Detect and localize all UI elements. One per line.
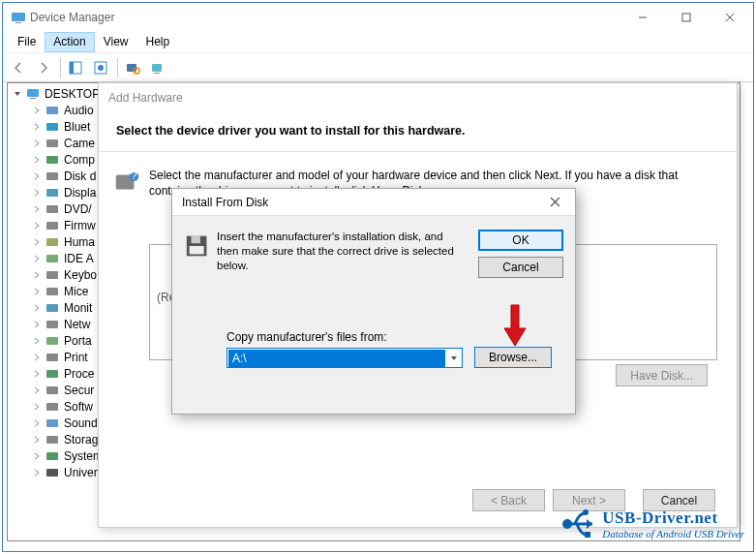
tree-item-label: Storag [64, 433, 98, 446]
chevron-right-icon[interactable] [31, 286, 43, 297]
svg-rect-32 [46, 370, 58, 378]
titlebar[interactable]: Device Manager [3, 3, 753, 32]
chevron-right-icon[interactable] [31, 368, 43, 380]
svg-rect-13 [154, 73, 160, 74]
back-button[interactable]: < Back [472, 489, 545, 511]
svg-rect-38 [46, 469, 58, 477]
chevron-right-icon[interactable] [31, 319, 43, 330]
device-manager-window: Device Manager File Action View Help DE [2, 2, 754, 552]
tree-item-label: System [64, 449, 103, 463]
device-category-icon [45, 366, 60, 382]
svg-rect-29 [46, 321, 58, 328]
chevron-right-icon[interactable] [31, 417, 43, 429]
svg-rect-15 [30, 98, 36, 99]
chevron-right-icon[interactable] [31, 187, 43, 199]
tree-item-label: Mice [64, 285, 88, 298]
tree-item-label: Disk d [64, 169, 96, 183]
svg-rect-46 [190, 246, 204, 254]
device-category-icon [45, 103, 60, 118]
cancel-button[interactable]: Cancel [478, 257, 563, 278]
back-icon[interactable] [7, 56, 30, 79]
chevron-right-icon[interactable] [31, 105, 43, 116]
chevron-right-icon[interactable] [31, 434, 43, 446]
ifd-title: Install From Disk [182, 196, 540, 209]
svg-rect-23 [46, 222, 58, 230]
device-category-icon [45, 333, 60, 349]
maximize-button[interactable] [664, 4, 708, 31]
chevron-right-icon[interactable] [31, 154, 43, 166]
chevron-right-icon[interactable] [31, 236, 43, 248]
tree-item-label: DVD/ [64, 202, 92, 216]
svg-rect-24 [46, 238, 58, 246]
chevron-down-icon[interactable] [446, 354, 462, 362]
device-category-icon [45, 185, 60, 200]
svg-rect-25 [46, 255, 58, 262]
chevron-right-icon[interactable] [31, 220, 43, 231]
svg-rect-0 [12, 13, 25, 21]
tree-item-label: Firmw [64, 219, 96, 232]
tree-item-label: Audio [64, 104, 94, 117]
chevron-right-icon[interactable] [31, 302, 43, 314]
svg-rect-37 [46, 452, 58, 460]
device-category-icon [45, 234, 60, 250]
help-icon[interactable] [89, 56, 112, 79]
close-icon[interactable] [540, 192, 569, 213]
menu-view[interactable]: View [95, 32, 137, 52]
add-legacy-hardware-icon[interactable] [146, 56, 169, 79]
device-category-icon [45, 350, 60, 365]
device-category-icon [45, 383, 60, 398]
svg-rect-14 [27, 89, 39, 97]
tree-item-label: Sound [64, 416, 98, 430]
have-disk-button[interactable]: Have Disk... [616, 364, 708, 386]
menu-file[interactable]: File [9, 32, 45, 52]
chevron-down-icon[interactable] [12, 88, 23, 100]
menu-help[interactable]: Help [137, 32, 179, 52]
tree-item-label: Keybo [64, 268, 97, 282]
floppy-disk-icon [184, 230, 217, 278]
show-hide-console-icon[interactable] [64, 56, 87, 79]
copy-from-label: Copy manufacturer's files from: [227, 330, 387, 344]
device-category-icon [45, 119, 60, 135]
path-value: A:\ [228, 350, 445, 367]
chevron-right-icon[interactable] [31, 335, 43, 347]
window-title: Device Manager [30, 11, 620, 24]
app-icon [11, 10, 26, 25]
chevron-right-icon[interactable] [31, 352, 43, 363]
tree-item-label: Comp [64, 153, 95, 167]
path-combobox[interactable]: A:\ [227, 348, 463, 368]
chevron-right-icon[interactable] [31, 121, 43, 133]
minimize-button[interactable] [620, 4, 664, 31]
svg-rect-28 [46, 304, 58, 312]
svg-rect-27 [46, 288, 58, 295]
tree-item-label: Displa [64, 186, 96, 200]
menu-action[interactable]: Action [45, 32, 94, 52]
chevron-right-icon[interactable] [31, 253, 43, 264]
forward-icon[interactable] [32, 56, 55, 79]
ifd-instruction: Insert the manufacturer's installation d… [217, 230, 478, 278]
chevron-right-icon[interactable] [31, 170, 43, 182]
device-category-icon [45, 448, 60, 464]
svg-rect-34 [46, 403, 58, 411]
chevron-right-icon[interactable] [31, 467, 43, 478]
svg-point-9 [98, 65, 104, 71]
tree-item-label: Softw [64, 400, 93, 414]
scan-hardware-icon[interactable] [121, 56, 144, 79]
tree-item-label: Huma [64, 235, 95, 249]
chevron-right-icon[interactable] [31, 138, 43, 149]
device-category-icon [45, 152, 60, 168]
watermark: USB-Driver.net Database of Android USB D… [558, 504, 744, 544]
svg-text:?: ? [131, 169, 136, 181]
chevron-right-icon[interactable] [31, 385, 43, 396]
tree-item-label: Netw [64, 318, 90, 331]
close-button[interactable] [708, 4, 751, 31]
tree-item-label: Came [64, 137, 95, 150]
chevron-right-icon[interactable] [31, 450, 43, 462]
device-category-icon [45, 300, 60, 316]
ok-button[interactable]: OK [478, 230, 563, 251]
usb-logo-icon [558, 504, 598, 544]
chevron-right-icon[interactable] [31, 269, 43, 281]
chevron-right-icon[interactable] [31, 203, 43, 215]
svg-rect-20 [46, 172, 58, 180]
watermark-title: USB-Driver.net [602, 508, 744, 528]
chevron-right-icon[interactable] [31, 401, 43, 413]
